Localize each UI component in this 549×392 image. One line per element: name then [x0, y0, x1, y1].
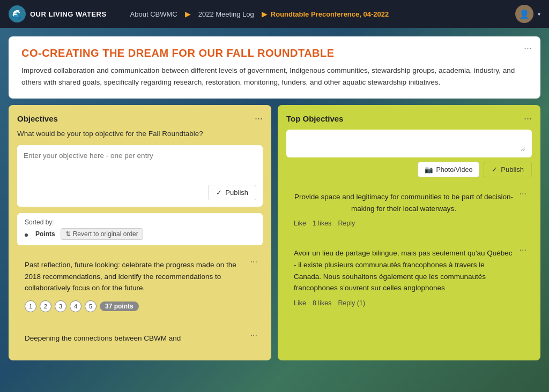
right-post-1: ··· Provide space and legitimacy for com… [286, 184, 532, 235]
nav-link-meeting-log[interactable]: 2022 Meeting Log [194, 8, 258, 20]
point-circle-4[interactable]: 4 [70, 300, 81, 312]
site-name: OUR LIVING WATERS [30, 10, 107, 18]
objectives-panel-title: Objectives [17, 114, 58, 123]
sort-options: Sorted by: Points ⇅ Revert to original o… [17, 213, 263, 245]
top-objectives-menu[interactable]: ··· [524, 114, 532, 123]
sort-by-points[interactable]: Points [35, 230, 55, 238]
objectives-question: What would be your top objective for the… [17, 130, 263, 138]
user-avatar[interactable]: 👤 [515, 5, 533, 23]
left-post-1: ··· Past reflection, future looking: cel… [17, 252, 263, 320]
left-post-2-partial: ··· Deepening the connections between CB… [17, 325, 263, 352]
nav-link-about[interactable]: About CBWMC [126, 8, 182, 20]
page-title: CO-CREATING THE DREAM FOR OUR FALL ROUND… [21, 47, 528, 59]
right-post1-text: Provide space and legitimacy for communi… [294, 191, 524, 214]
bullet-icon [25, 229, 30, 239]
right-input-field[interactable] [293, 134, 525, 151]
top-objectives-title: Top Objectives [286, 114, 343, 123]
post2-menu-icon[interactable]: ··· [250, 330, 257, 340]
right-post2-menu-icon[interactable]: ··· [520, 245, 526, 255]
point-circle-1[interactable]: 1 [25, 300, 36, 312]
top-objectives-panel: Top Objectives ··· 📷 Photo/Video ✓ Publi… [278, 105, 540, 360]
right-post-2: ··· Avoir un lieu de partage bilingue, m… [286, 240, 532, 314]
page-description: Improved collaboration and communication… [21, 65, 528, 88]
avatar-chevron[interactable]: ▾ [538, 11, 540, 17]
objectives-panel-menu[interactable]: ··· [255, 114, 263, 123]
right-post1-likes-count: 1 likes [313, 220, 331, 227]
header-menu-icon[interactable]: ··· [524, 43, 532, 54]
left-publish-button[interactable]: ✓ Publish [208, 185, 256, 200]
post1-points-row: 1 2 3 4 5 37 points [25, 300, 255, 312]
post1-text: Past reflection, future looking: celebra… [25, 259, 255, 294]
objectives-panel: Objectives ··· What would be your top ob… [9, 105, 271, 360]
right-post1-menu-icon[interactable]: ··· [520, 189, 526, 199]
logo-icon: 🌊 [9, 5, 26, 22]
point-circle-3[interactable]: 3 [55, 300, 66, 312]
right-post2-reply-button[interactable]: Reply (1) [338, 299, 365, 307]
right-input-area [286, 130, 532, 157]
right-post2-like-button[interactable]: Like [294, 299, 306, 307]
right-post1-reply-button[interactable]: Reply [338, 220, 355, 227]
nav-arrow-1: ▶ [185, 10, 191, 18]
right-publish-label: Publish [501, 165, 524, 174]
photo-video-button[interactable]: 📷 Photo/Video [418, 162, 479, 177]
right-publish-check-icon: ✓ [492, 165, 498, 174]
right-publish-button[interactable]: ✓ Publish [484, 162, 532, 177]
publish-check-icon: ✓ [216, 189, 222, 197]
post1-menu-icon[interactable]: ··· [250, 257, 257, 267]
right-action-row: 📷 Photo/Video ✓ Publish [286, 162, 532, 177]
sorted-by-label: Sorted by: [25, 218, 255, 226]
nav-link-roundtable[interactable]: Roundtable Preconference, 04-2022 [271, 10, 389, 18]
right-post1-reactions: Like 1 likes Reply [294, 220, 524, 227]
navigation: 🌊 OUR LIVING WATERS About CBWMC ▶ 2022 M… [0, 0, 549, 28]
header-card: ··· CO-CREATING THE DREAM FOR OUR FALL R… [9, 36, 540, 99]
post2-text-partial: Deepening the connections between CBWM a… [25, 333, 255, 344]
site-logo[interactable]: 🌊 OUR LIVING WATERS [9, 5, 107, 22]
objective-input[interactable] [24, 152, 256, 178]
point-circle-2[interactable]: 2 [40, 300, 51, 312]
right-post2-likes-count: 8 likes [313, 299, 331, 307]
nav-arrow-2: ▶ [262, 10, 268, 18]
camera-icon: 📷 [425, 165, 433, 174]
right-post2-reactions: Like 8 likes Reply (1) [294, 299, 524, 307]
publish-label: Publish [225, 189, 248, 197]
revert-label: Revert to original order [73, 230, 138, 238]
point-circle-5[interactable]: 5 [85, 300, 97, 312]
right-post1-like-button[interactable]: Like [294, 220, 306, 227]
revert-order-button[interactable]: ⇅ Revert to original order [61, 228, 143, 240]
post1-points-badge: 37 points [100, 301, 139, 311]
breadcrumb: About CBWMC ▶ 2022 Meeting Log ▶ Roundta… [126, 8, 389, 20]
right-post2-text: Avoir un lieu de partage bilingue, mais … [294, 247, 524, 293]
objective-input-area: ✓ Publish [17, 145, 263, 207]
revert-icon: ⇅ [65, 230, 71, 238]
photo-video-label: Photo/Video [436, 166, 472, 174]
